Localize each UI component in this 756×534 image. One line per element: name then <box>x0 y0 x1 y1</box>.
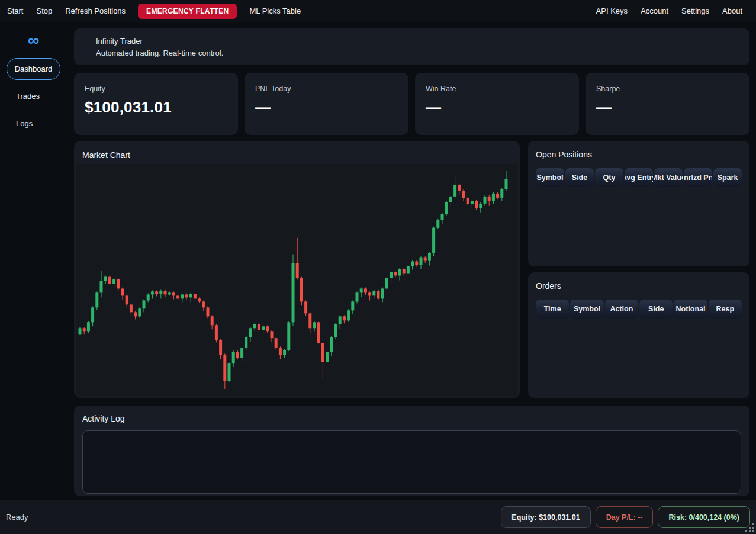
col-label: Symbol <box>574 300 600 319</box>
col-label: Notional <box>675 300 705 319</box>
col-label: Side <box>648 300 664 319</box>
menu-start[interactable]: Start <box>7 7 30 15</box>
open-positions-card: Open Positions Symbol Side Qty Avg Entry… <box>528 141 749 266</box>
market-chart-card: Market Chart <box>74 141 520 398</box>
menu-ml-picks-table[interactable]: ML Picks Table <box>243 7 307 15</box>
stat-value-equity: $100,031.01 <box>85 98 238 117</box>
col-label: Unrlzd PnL <box>684 168 712 187</box>
infinity-logo-icon: ∞ <box>0 33 67 48</box>
col-unrlzd-pnl[interactable]: Unrlzd PnL <box>684 168 712 187</box>
candlestick-chart <box>76 164 517 396</box>
menu-about[interactable]: About <box>716 7 749 15</box>
col-label: Mkt Value <box>654 168 683 187</box>
day-pl-badge: Day P/L: -- <box>596 506 654 528</box>
stat-label: PNL Today <box>255 85 408 93</box>
col-label: Symbol <box>536 168 563 187</box>
emergency-flatten-button[interactable]: EMERGENCY FLATTEN <box>138 4 237 19</box>
col-time[interactable]: Time <box>536 300 569 319</box>
open-positions-header-row: Symbol Side Qty Avg Entry Mkt Value Unrl… <box>536 168 742 187</box>
col-label: Avg Entry <box>625 168 653 187</box>
menu-api-keys[interactable]: API Keys <box>590 7 634 15</box>
stat-card-pnl-today: PNL Today — <box>245 73 408 135</box>
candlestick-plot <box>76 164 517 396</box>
status-bar: Ready Equity: $100,031.01 Day P/L: -- Ri… <box>0 500 756 534</box>
app-subtitle: Automated trading. Real-time control. <box>96 49 749 57</box>
sidebar-item-logs[interactable]: Logs <box>16 119 33 128</box>
status-message: Ready <box>6 513 28 522</box>
orders-title: Orders <box>536 281 742 291</box>
col-spark[interactable]: Spark <box>713 168 742 187</box>
col-qty[interactable]: Qty <box>595 168 623 187</box>
col-side[interactable]: Side <box>565 168 594 187</box>
col-label: Time <box>544 300 561 319</box>
activity-log-title: Activity Log <box>82 414 741 423</box>
col-action[interactable]: Action <box>605 300 638 319</box>
risk-badge: Risk: 0/400,124 (0%) <box>658 506 750 528</box>
stat-label: Equity <box>85 85 238 93</box>
activity-log-textarea[interactable] <box>82 430 741 494</box>
col-label: Qty <box>603 168 616 187</box>
stat-label: Sharpe <box>596 85 749 93</box>
stat-card-win-rate: Win Rate — <box>415 73 579 135</box>
menu-refresh-positions[interactable]: Refresh Positions <box>59 7 132 15</box>
col-mkt-value[interactable]: Mkt Value <box>654 168 683 187</box>
stat-value-sharpe: — <box>596 98 749 117</box>
orders-card: Orders Time Symbol Action Side Notional … <box>528 272 749 398</box>
stat-card-sharpe: Sharpe — <box>586 73 749 135</box>
menu-settings[interactable]: Settings <box>675 7 716 15</box>
header-card: Infinity Trader Automated trading. Real-… <box>74 28 749 65</box>
open-positions-title: Open Positions <box>536 150 742 159</box>
col-notional[interactable]: Notional <box>674 300 707 319</box>
col-symbol[interactable]: Symbol <box>570 300 603 319</box>
stats-row: Equity $100,031.01 PNL Today — Win Rate … <box>74 73 749 135</box>
app-title: Infinity Trader <box>96 37 749 46</box>
stat-label: Win Rate <box>426 85 579 93</box>
stat-card-equity: Equity $100,031.01 <box>74 73 238 135</box>
sidebar-item-dashboard[interactable]: Dashboard <box>7 58 60 80</box>
sidebar-item-trades[interactable]: Trades <box>16 92 40 101</box>
resize-grip[interactable] <box>745 523 755 533</box>
activity-log-card: Activity Log <box>74 406 749 496</box>
sidebar: ∞ Dashboard Trades Logs <box>0 22 67 500</box>
col-label: Side <box>572 168 587 187</box>
col-resp[interactable]: Resp <box>709 300 742 319</box>
col-label: Spark <box>718 168 738 187</box>
col-label: Resp <box>716 300 735 319</box>
market-chart-title: Market Chart <box>82 150 130 160</box>
col-side[interactable]: Side <box>639 300 673 319</box>
menu-stop[interactable]: Stop <box>30 7 59 15</box>
menu-bar: Start Stop Refresh Positions EMERGENCY F… <box>0 0 756 22</box>
col-symbol[interactable]: Symbol <box>536 168 564 187</box>
equity-badge: Equity: $100,031.01 <box>501 506 590 528</box>
menu-account[interactable]: Account <box>634 7 675 15</box>
col-avg-entry[interactable]: Avg Entry <box>625 168 653 187</box>
stat-value-pnl-today: — <box>255 98 408 117</box>
col-label: Action <box>610 300 633 319</box>
stat-value-win-rate: — <box>426 98 579 117</box>
orders-header-row: Time Symbol Action Side Notional Resp <box>536 300 742 319</box>
